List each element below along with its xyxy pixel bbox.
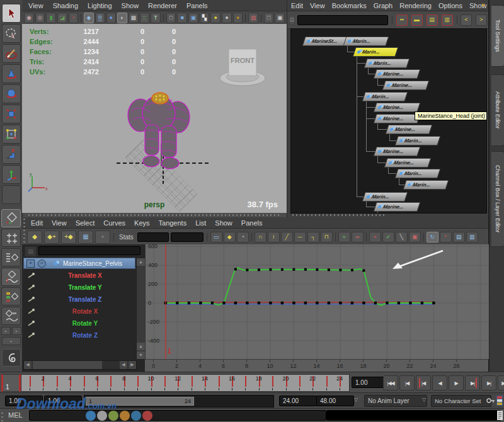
default-light-icon[interactable]: ●: [222, 13, 232, 23]
menu-item-graph[interactable]: Graph: [374, 2, 393, 9]
bookmark-icon[interactable]: ▮: [46, 13, 56, 23]
menu-item-list[interactable]: List: [195, 219, 206, 227]
current-time-field[interactable]: [352, 377, 384, 388]
scroll-left2-icon[interactable]: ◀: [120, 361, 127, 369]
menu-item-bookmarks[interactable]: Bookmarks: [332, 2, 367, 9]
sidebar-tab-tool-settings[interactable]: Tool Settings: [491, 5, 504, 67]
layout-shortcut-dropdown-wide[interactable]: ⌄: [2, 337, 21, 345]
expand-icon[interactable]: +: [26, 259, 35, 268]
paint-effects-icon[interactable]: [2, 349, 21, 367]
layout-shortcut-dropdown-left[interactable]: ⌄: [1, 327, 11, 335]
channel-row[interactable]: Rotate Y: [23, 317, 135, 329]
menu-item-options[interactable]: Options: [438, 2, 462, 9]
add-keys-tool[interactable]: +◆: [61, 231, 76, 244]
scroll-down-icon[interactable]: ▼: [137, 351, 145, 359]
playback-end-field[interactable]: [279, 396, 317, 406]
hypergraph-node[interactable]: Marine...: [384, 158, 432, 168]
use-textures-icon[interactable]: ▚: [200, 13, 210, 23]
break-tangents-icon[interactable]: ×: [369, 232, 381, 242]
image-plane-icon[interactable]: ◪: [57, 13, 67, 23]
step-tangents-icon[interactable]: ┐: [307, 232, 319, 242]
hypergraph-node[interactable]: Marin...: [353, 47, 399, 57]
flat-shade-icon[interactable]: ▣: [188, 13, 198, 23]
step-forward-key-button[interactable]: ▶|: [481, 375, 496, 391]
menu-item-panels[interactable]: Panels: [241, 219, 263, 227]
layout-shortcut-dropdown-right[interactable]: ⌄: [12, 327, 21, 335]
insert-keys-tool[interactable]: ◆+: [44, 231, 59, 244]
pin-channel-icon[interactable]: [27, 296, 35, 304]
menu-item-renderer[interactable]: Renderer: [148, 2, 177, 9]
pin-channel-icon[interactable]: [27, 332, 35, 339]
hypergraph-search-input[interactable]: [297, 15, 388, 25]
plateau-tangents-icon[interactable]: ⊓: [321, 232, 333, 242]
collapse-icon[interactable]: −: [38, 259, 46, 268]
channel-row[interactable]: Rotate X: [23, 305, 135, 317]
animation-start-field[interactable]: [5, 396, 43, 406]
character-set-caret-icon[interactable]: ▽: [422, 397, 426, 402]
menu-item-curves[interactable]: Curves: [103, 219, 125, 227]
scale-tool[interactable]: [2, 105, 21, 123]
command-language-toggle[interactable]: MEL: [8, 411, 23, 419]
pin-channel-icon[interactable]: [27, 284, 35, 292]
hypergraph-hscroll[interactable]: [292, 214, 387, 216]
trax-editor-icon[interactable]: ▥: [466, 232, 478, 242]
hypergraph-node[interactable]: Marin...: [403, 180, 449, 190]
lasso-select-tool[interactable]: [2, 24, 21, 43]
view-camera-icon[interactable]: ◉: [24, 13, 34, 23]
move-nearest-picked-key-tool[interactable]: ◆: [27, 231, 42, 244]
hypergraph-node[interactable]: Marine...: [374, 103, 421, 112]
graph-editor-grip[interactable]: [23, 219, 25, 242]
hypergraph-node[interactable]: Marine...: [374, 69, 421, 79]
view-cube[interactable]: FRONT: [217, 48, 268, 87]
hypergraph-canvas[interactable]: MarineSt...Marin...Marin...Marin...Marin…: [290, 28, 487, 214]
points-display-icon[interactable]: ▒: [95, 13, 105, 23]
viewport-panel-grip[interactable]: [28, 214, 280, 216]
frame-playback-range-icon[interactable]: ▭: [210, 232, 222, 242]
frame-selected-icon[interactable]: ▣: [275, 13, 285, 23]
pin-channel-icon[interactable]: [27, 272, 35, 280]
range-slider-groove[interactable]: 1 24: [84, 395, 274, 408]
pin-channel-icon[interactable]: *: [440, 232, 452, 242]
automatic-layout-icon[interactable]: ▤: [427, 14, 438, 26]
layout-four-view-button[interactable]: [1, 229, 21, 247]
hypergraph-node[interactable]: Marin...: [362, 192, 408, 202]
hypergraph-node[interactable]: Marin...: [364, 59, 410, 68]
hypergraph-node[interactable]: Marine...: [374, 202, 421, 212]
linear-tangents-icon[interactable]: ╱: [281, 232, 293, 242]
buffer-curve-snapshot-icon[interactable]: ≈: [338, 232, 350, 242]
infinity-cycle-icon[interactable]: ↻: [427, 232, 438, 242]
hypergraph-node[interactable]: Marin...: [395, 169, 441, 178]
menu-item-edit[interactable]: Edit: [31, 219, 43, 227]
scroll-left-icon[interactable]: ◀: [24, 361, 32, 369]
menu-item-panels[interactable]: Panels: [186, 2, 208, 9]
no-lights-icon[interactable]: ●: [233, 13, 243, 23]
auto-key-icon[interactable]: [486, 396, 495, 408]
outliner-search-input[interactable]: [38, 246, 140, 255]
layout-persp-graph-hypergraph-button[interactable]: [1, 307, 21, 325]
menu-item-edit[interactable]: Edit: [291, 2, 303, 9]
command-output[interactable]: [326, 410, 501, 421]
free-tangent-weight-icon[interactable]: ╲: [396, 232, 408, 242]
command-input[interactable]: [29, 410, 326, 421]
show-manipulator-tool[interactable]: [2, 165, 21, 184]
shaded-wire-icon[interactable]: ◐: [117, 13, 127, 23]
last-tool-slot[interactable]: [2, 185, 21, 204]
frame-ruler[interactable]: 02468101214161820222426: [145, 359, 488, 372]
universal-manipulator-tool[interactable]: [2, 125, 21, 144]
character-set-selector[interactable]: No Character Set: [431, 395, 491, 407]
dope-sheet-icon[interactable]: ▤: [453, 232, 465, 242]
hypergraph-node[interactable]: Marine...: [386, 125, 433, 134]
layout-hypershade-persp-button[interactable]: [1, 287, 21, 305]
menu-item-show[interactable]: Show: [122, 2, 139, 9]
menu-item-lighting[interactable]: Lighting: [88, 2, 112, 9]
range-slider-handle[interactable]: 1 24: [86, 397, 194, 406]
scroll-up-icon[interactable]: ▲: [137, 258, 145, 266]
isolate-select-icon[interactable]: □: [264, 13, 274, 23]
stats-field-2[interactable]: [171, 232, 203, 242]
hypergraph-filter-icon[interactable]: ▤: [289, 14, 295, 25]
shaded-icon[interactable]: ●: [106, 13, 117, 23]
selection-highlight-icon[interactable]: ▧: [248, 13, 258, 23]
viewport-canvas[interactable]: Verts:121700Edges:244400Faces:123400Tris…: [22, 24, 287, 213]
swap-buffer-curve-icon[interactable]: ≃: [352, 232, 364, 242]
sidebar-tab-attribute-editor[interactable]: Attribute Editor: [491, 74, 504, 146]
